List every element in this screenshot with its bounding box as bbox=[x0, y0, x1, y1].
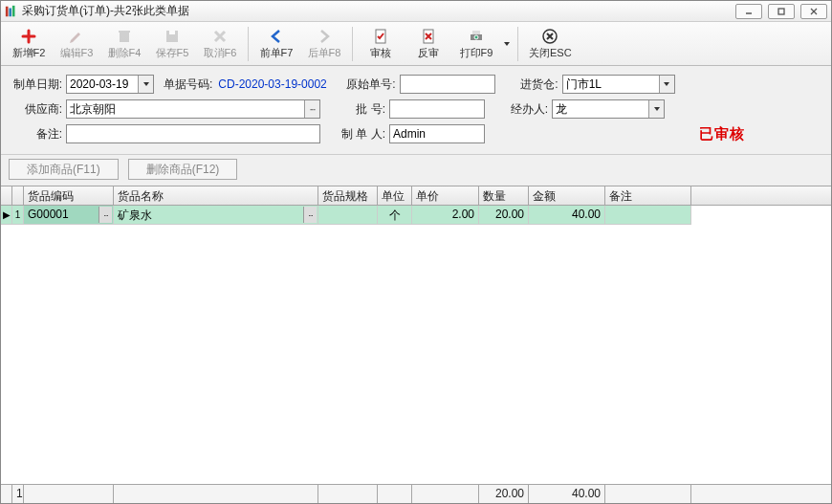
unit-cell[interactable]: 个 bbox=[378, 206, 412, 225]
audit-label: 审核 bbox=[370, 46, 391, 60]
date-field[interactable] bbox=[66, 75, 154, 94]
footer-qty: 20.00 bbox=[479, 485, 529, 503]
name-header[interactable]: 货品名称 bbox=[114, 186, 318, 205]
qty-header[interactable]: 数量 bbox=[479, 186, 529, 205]
supplier-label: 供应商: bbox=[11, 101, 62, 118]
supplier-input[interactable] bbox=[66, 99, 320, 119]
new-label: 新增F2 bbox=[12, 46, 46, 60]
cancel-button[interactable]: 取消F6 bbox=[198, 24, 242, 64]
footer-amt: 40.00 bbox=[529, 485, 605, 503]
date-label: 制单日期: bbox=[11, 77, 62, 93]
qty-cell[interactable]: 20.00 bbox=[479, 206, 529, 225]
audit-button[interactable]: 审核 bbox=[359, 24, 403, 64]
remark-label: 备注: bbox=[11, 126, 62, 142]
supplier-field[interactable]: ··· bbox=[66, 99, 320, 119]
prev-label: 前单F7 bbox=[260, 46, 294, 60]
note-cell[interactable] bbox=[605, 206, 691, 225]
price-header[interactable]: 单价 bbox=[412, 186, 479, 205]
svg-rect-8 bbox=[119, 31, 130, 33]
uncheck-doc-icon bbox=[420, 28, 437, 45]
item-button-row: 添加商品(F11) 删除商品(F12) bbox=[1, 155, 831, 186]
amt-header[interactable]: 金额 bbox=[529, 186, 605, 205]
svg-rect-14 bbox=[472, 31, 480, 34]
grid-header: 货品编码 货品名称 货品规格 单位 单价 数量 金额 备注 bbox=[1, 186, 831, 206]
app-icon bbox=[5, 5, 18, 18]
price-cell[interactable]: 2.00 bbox=[412, 206, 479, 225]
new-button[interactable]: 新增F2 bbox=[7, 24, 51, 64]
edit-button[interactable]: 编辑F3 bbox=[55, 24, 99, 64]
table-row[interactable]: ▶ 1 G00001 ··· 矿泉水 ··· 个 2.00 20.00 40.0… bbox=[1, 206, 831, 225]
chevron-down-icon[interactable] bbox=[659, 76, 674, 93]
x-icon bbox=[211, 28, 229, 45]
wh-label: 进货仓: bbox=[516, 77, 558, 93]
row-number-col bbox=[12, 186, 24, 205]
minimize-button[interactable] bbox=[735, 4, 762, 19]
plus-icon bbox=[20, 28, 37, 45]
close-x-icon bbox=[541, 28, 558, 45]
floppy-icon bbox=[164, 28, 181, 45]
row-indicator-col bbox=[1, 186, 12, 205]
window-controls bbox=[735, 4, 827, 19]
grid-footer: 1 20.00 40.00 bbox=[1, 484, 831, 503]
orig-input[interactable] bbox=[400, 75, 495, 94]
grid-body[interactable]: ▶ 1 G00001 ··· 矿泉水 ··· 个 2.00 20.00 40.0… bbox=[1, 206, 831, 484]
arrow-left-icon bbox=[268, 28, 285, 45]
svg-rect-2 bbox=[12, 5, 15, 15]
handler-field[interactable] bbox=[552, 99, 665, 119]
remark-input[interactable] bbox=[66, 124, 320, 143]
maker-label: 制 单 人: bbox=[334, 126, 385, 142]
next-button[interactable]: 后单F8 bbox=[302, 24, 346, 64]
window-title: 采购订货单(订单)-共2张此类单据 bbox=[22, 3, 735, 19]
ellipsis-icon[interactable]: ··· bbox=[304, 100, 319, 118]
save-button[interactable]: 保存F5 bbox=[150, 24, 194, 64]
svg-rect-1 bbox=[9, 8, 11, 16]
amt-cell[interactable]: 40.00 bbox=[529, 206, 605, 225]
titlebar: 采购订货单(订单)-共2张此类单据 bbox=[1, 1, 831, 22]
orig-label: 原始单号: bbox=[346, 77, 395, 93]
ellipsis-icon[interactable]: ··· bbox=[303, 207, 317, 223]
spec-header[interactable]: 货品规格 bbox=[318, 186, 378, 205]
maker-input bbox=[389, 124, 485, 143]
trash-icon bbox=[116, 28, 133, 45]
separator bbox=[517, 27, 518, 61]
wh-field[interactable] bbox=[562, 75, 675, 94]
close-button[interactable] bbox=[800, 4, 827, 19]
pencil-icon bbox=[68, 28, 85, 45]
grid: 货品编码 货品名称 货品规格 单位 单价 数量 金额 备注 ▶ 1 G00001… bbox=[1, 186, 831, 503]
print-button[interactable]: 打印F9 bbox=[454, 24, 498, 64]
chevron-down-icon[interactable] bbox=[648, 100, 664, 118]
printer-icon bbox=[468, 28, 485, 45]
toolbar: 新增F2 编辑F3 删除F4 保存F5 取消F6 前单F7 后单F8 bbox=[1, 22, 831, 66]
batch-input[interactable] bbox=[389, 99, 485, 119]
add-item-button[interactable]: 添加商品(F11) bbox=[9, 159, 119, 180]
cancel-label: 取消F6 bbox=[204, 46, 237, 60]
row-number: 1 bbox=[12, 206, 24, 225]
spec-cell[interactable] bbox=[318, 206, 378, 225]
svg-rect-4 bbox=[778, 9, 784, 14]
save-label: 保存F5 bbox=[156, 46, 189, 60]
arrow-right-icon bbox=[316, 28, 333, 45]
svg-rect-10 bbox=[169, 31, 175, 34]
prev-button[interactable]: 前单F7 bbox=[254, 24, 298, 64]
unaudit-button[interactable]: 反审 bbox=[406, 24, 450, 64]
maximize-button[interactable] bbox=[768, 4, 795, 19]
billno-label: 单据号码: bbox=[164, 77, 212, 93]
svg-rect-0 bbox=[6, 6, 9, 16]
print-dropdown[interactable] bbox=[502, 24, 512, 64]
batch-label: 批 号: bbox=[334, 101, 385, 118]
close-form-button[interactable]: 关闭ESC bbox=[524, 24, 577, 64]
code-cell[interactable]: G00001 ··· bbox=[24, 206, 114, 225]
name-cell[interactable]: 矿泉水 ··· bbox=[114, 206, 318, 225]
unaudit-label: 反审 bbox=[418, 46, 439, 60]
next-label: 后单F8 bbox=[308, 46, 341, 60]
svg-rect-7 bbox=[120, 33, 129, 42]
edit-label: 编辑F3 bbox=[60, 46, 94, 60]
ellipsis-icon[interactable]: ··· bbox=[99, 207, 112, 223]
chevron-down-icon[interactable] bbox=[138, 76, 153, 93]
separator bbox=[352, 27, 353, 61]
delete-item-button[interactable]: 删除商品(F12) bbox=[128, 159, 238, 180]
delete-button[interactable]: 删除F4 bbox=[102, 24, 146, 64]
note-header[interactable]: 备注 bbox=[605, 186, 691, 205]
unit-header[interactable]: 单位 bbox=[378, 186, 412, 205]
code-header[interactable]: 货品编码 bbox=[24, 186, 114, 205]
